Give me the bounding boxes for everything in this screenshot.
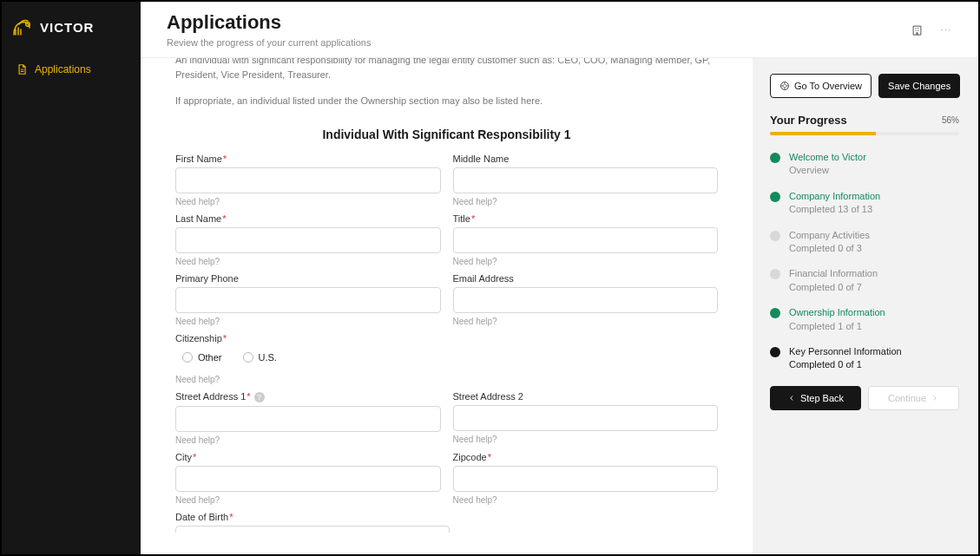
label-email: Email Address (453, 273, 719, 284)
progress-header: Your Progress 56% (770, 114, 959, 127)
form-panel: An individual with significant responsib… (141, 58, 753, 554)
input-zipcode[interactable] (453, 466, 719, 492)
input-middle-name[interactable] (453, 167, 719, 193)
chevron-left-icon (787, 394, 796, 402)
label-title: Title* (453, 213, 719, 224)
page-header: Applications Review the progress of your… (141, 2, 978, 58)
field-street2: Street Address 2 Need help? (453, 391, 719, 445)
radio-citizenship-other[interactable]: Other (182, 352, 222, 363)
building-icon[interactable] (911, 23, 924, 36)
step-subtitle: Completed 0 of 1 (789, 358, 902, 371)
help-last-name[interactable]: Need help? (175, 257, 441, 266)
page-subtitle: Review the progress of your current appl… (167, 37, 371, 48)
sidebar-item-applications[interactable]: Applications (9, 56, 134, 83)
logo-icon (10, 16, 35, 38)
label-city: City* (175, 452, 441, 462)
help-zipcode[interactable]: Need help? (453, 495, 719, 505)
step-text: Key Personnel InformationCompleted 0 of … (789, 345, 902, 372)
label-dob: Date of Birth* (175, 512, 718, 522)
radio-icon (182, 352, 193, 363)
label-citizenship: Citizenship* (175, 333, 718, 343)
logo: VICTOR (2, 2, 141, 56)
input-street1[interactable] (175, 406, 441, 432)
svg-point-2 (945, 29, 947, 30)
help-first-name[interactable]: Need help? (175, 197, 441, 206)
help-email[interactable]: Need help? (453, 317, 719, 326)
step-dot-icon (770, 192, 780, 202)
step-text: Financial InformationCompleted 0 of 7 (789, 267, 878, 294)
help-street1[interactable]: Need help? (175, 435, 441, 445)
field-first-name: First Name* Need help? (175, 154, 441, 206)
field-zipcode: Zipcode* Need help? (453, 452, 719, 505)
input-first-name[interactable] (175, 167, 441, 193)
save-changes-button[interactable]: Save Changes (878, 74, 960, 98)
input-city[interactable] (175, 466, 441, 492)
progress-step[interactable]: Ownership InformationCompleted 1 of 1 (770, 306, 959, 333)
field-title: Title* Need help? (453, 213, 719, 266)
more-icon[interactable] (939, 23, 952, 36)
citizenship-options: Other U.S. (182, 352, 718, 363)
step-dot-icon (770, 153, 780, 163)
field-last-name: Last Name* Need help? (175, 213, 441, 266)
label-middle-name: Middle Name (453, 154, 719, 164)
progress-step[interactable]: Company ActivitiesCompleted 0 of 3 (770, 229, 959, 256)
progress-bar-fill (770, 132, 876, 135)
input-street2[interactable] (453, 405, 719, 431)
left-sidebar: VICTOR Applications (2, 2, 141, 554)
document-icon (16, 63, 28, 75)
calendar-icon (431, 532, 443, 533)
step-title: Financial Information (789, 267, 878, 280)
field-citizenship: Citizenship* Other U.S. (175, 333, 718, 384)
field-middle-name: Middle Name Need help? (453, 154, 719, 206)
step-back-button[interactable]: Step Back (770, 386, 861, 410)
radio-citizenship-us[interactable]: U.S. (243, 352, 277, 363)
help-city[interactable]: Need help? (175, 495, 441, 505)
radio-icon (243, 352, 253, 363)
field-primary-phone: Primary Phone Need help? (175, 273, 441, 326)
step-title: Welcome to Victor (789, 151, 866, 164)
step-title: Company Activities (789, 229, 870, 242)
help-middle-name[interactable]: Need help? (453, 197, 719, 206)
help-street2[interactable]: Need help? (453, 435, 719, 444)
compass-icon (779, 81, 790, 91)
continue-button[interactable]: Continue (868, 386, 959, 410)
sidebar-item-label: Applications (35, 63, 91, 75)
step-text: Company InformationCompleted 13 of 13 (789, 190, 880, 217)
input-title[interactable] (453, 227, 719, 253)
step-subtitle: Completed 0 of 7 (789, 281, 878, 294)
progress-panel: Go To Overview Save Changes Your Progres… (770, 58, 978, 554)
svg-point-1 (941, 29, 943, 30)
step-dot-icon (770, 269, 780, 279)
label-first-name: First Name* (175, 154, 441, 164)
step-dot-icon (770, 308, 780, 318)
input-primary-phone[interactable] (175, 287, 441, 313)
content-area: An individual with significant responsib… (141, 58, 978, 554)
info-icon[interactable]: ? (254, 392, 265, 402)
content-inner: An individual with significant responsib… (141, 58, 978, 554)
sidebar-nav: Applications (2, 56, 141, 83)
step-subtitle: Completed 1 of 1 (789, 320, 885, 333)
help-citizenship[interactable]: Need help? (175, 375, 718, 384)
go-overview-button[interactable]: Go To Overview (770, 74, 871, 98)
svg-point-3 (949, 29, 950, 30)
progress-bar (770, 132, 959, 135)
progress-steps: Welcome to VictorOverviewCompany Informa… (770, 151, 959, 372)
help-primary-phone[interactable]: Need help? (175, 317, 441, 326)
input-last-name[interactable] (175, 227, 441, 253)
progress-step[interactable]: Key Personnel InformationCompleted 0 of … (770, 345, 959, 372)
progress-step[interactable]: Welcome to VictorOverview (770, 151, 959, 178)
progress-title: Your Progress (770, 114, 847, 127)
action-buttons: Go To Overview Save Changes (770, 74, 959, 98)
step-nav: Step Back Continue (770, 386, 959, 410)
input-email[interactable] (453, 287, 719, 313)
progress-step[interactable]: Financial InformationCompleted 0 of 7 (770, 267, 959, 294)
field-street1: Street Address 1*? Need help? (175, 391, 441, 445)
chevron-right-icon (931, 394, 939, 402)
field-city: City* Need help? (175, 452, 441, 505)
input-dob[interactable] (175, 526, 450, 533)
step-text: Ownership InformationCompleted 1 of 1 (789, 306, 885, 333)
progress-step[interactable]: Company InformationCompleted 13 of 13 (770, 190, 959, 217)
step-subtitle: Overview (789, 164, 866, 177)
step-dot-icon (770, 231, 780, 241)
help-title[interactable]: Need help? (453, 257, 719, 266)
